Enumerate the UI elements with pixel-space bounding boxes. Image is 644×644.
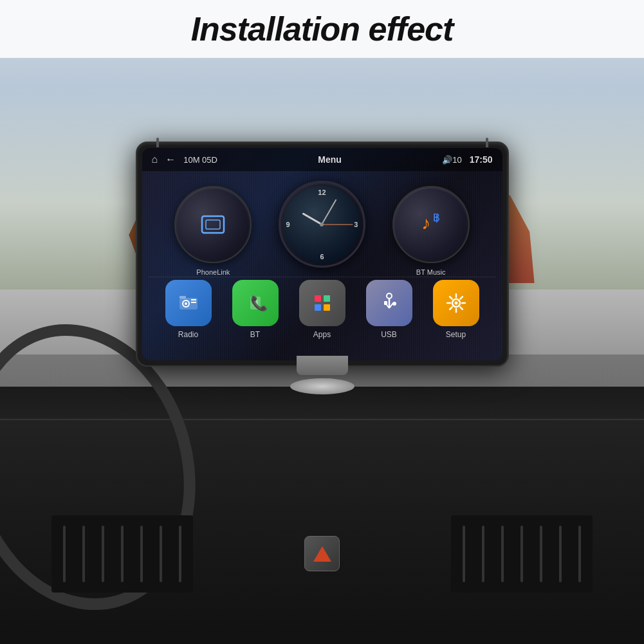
status-date: 10M 05D — [183, 155, 217, 165]
bt-svg-icon: 📞 — [244, 291, 267, 315]
svg-point-22 — [392, 302, 396, 306]
hazard-button[interactable] — [304, 536, 340, 571]
main-icons-row: PhoneLink 12 3 6 9 — [142, 171, 502, 277]
vent-slat — [520, 526, 523, 582]
vent-slat — [82, 526, 85, 582]
bt-icon: 📞 — [232, 280, 279, 326]
svg-rect-13 — [315, 295, 321, 302]
vent-slat — [140, 526, 143, 582]
setup-app[interactable]: Setup — [433, 280, 479, 339]
radio-label: Radio — [178, 330, 198, 339]
vent-slat — [179, 526, 181, 582]
vent-slat — [578, 526, 581, 582]
phonelink-icon — [197, 208, 229, 241]
svg-point-8 — [185, 302, 187, 305]
minute-hand — [322, 199, 337, 225]
vent-slat — [559, 526, 562, 582]
svg-point-24 — [454, 302, 457, 305]
radio-app[interactable]: Radio — [165, 280, 212, 339]
phonelink-label: PhoneLink — [196, 268, 230, 276]
vent-slat — [540, 526, 542, 582]
svg-line-31 — [460, 297, 463, 299]
vent-slat — [63, 526, 66, 582]
page-container: Installation effect ⌂ ← 10M 05D Menu 🔊10… — [0, 0, 644, 644]
vent-slat — [463, 526, 465, 582]
clock-9: 9 — [286, 221, 290, 228]
back-icon[interactable]: ← — [165, 154, 176, 165]
usb-icon — [366, 280, 412, 326]
volume-icon: 🔊10 — [442, 155, 461, 165]
clock-3: 3 — [354, 221, 358, 228]
svg-text:📞: 📞 — [250, 295, 267, 312]
svg-point-17 — [387, 293, 392, 299]
usb-label: USB — [381, 330, 397, 339]
vent-slat — [121, 526, 124, 582]
btmusic-button[interactable]: ♪ B BT Music — [392, 186, 470, 263]
vent-right — [451, 515, 593, 593]
svg-rect-14 — [324, 295, 330, 302]
status-time: 17:50 — [470, 154, 493, 165]
status-left: ⌂ ← 10M 05D — [152, 154, 217, 165]
antenna-left — [156, 138, 159, 147]
setup-label: Setup — [446, 330, 466, 339]
btmusic-icon: ♪ B — [415, 208, 447, 241]
bt-app[interactable]: 📞 BT — [232, 280, 279, 339]
svg-rect-11 — [179, 296, 186, 299]
vent-left — [51, 515, 193, 593]
menu-label: Menu — [318, 154, 342, 165]
bt-label: BT — [250, 330, 260, 339]
mount-arm — [297, 356, 348, 375]
usb-svg-icon — [378, 291, 401, 315]
status-right: 🔊10 17:50 — [442, 154, 492, 165]
radio-unit: ⌂ ← 10M 05D Menu 🔊10 17:50 — [136, 142, 509, 367]
svg-rect-0 — [202, 216, 224, 233]
status-center: Menu — [318, 154, 342, 165]
phonelink-button[interactable]: PhoneLink — [174, 186, 252, 263]
clock-face: 12 3 6 9 — [283, 186, 360, 263]
apps-app[interactable]: Apps — [299, 280, 345, 339]
vent-slat — [482, 526, 484, 582]
apps-svg-icon — [311, 291, 334, 315]
bottom-apps-row: Radio 📞 BT — [142, 280, 502, 351]
radio-screen: ⌂ ← 10M 05D Menu 🔊10 17:50 — [142, 148, 502, 360]
svg-line-29 — [450, 297, 452, 299]
svg-line-30 — [460, 308, 463, 310]
hazard-area — [277, 515, 367, 593]
svg-line-32 — [450, 308, 452, 310]
title-bar: Installation effect — [0, 0, 644, 58]
vent-slat — [160, 526, 162, 582]
home-icon[interactable]: ⌂ — [152, 154, 158, 165]
page-title: Installation effect — [191, 10, 454, 48]
antenna-right — [486, 138, 488, 147]
suction-cup — [290, 378, 354, 394]
setup-icon — [433, 280, 479, 326]
svg-rect-15 — [315, 304, 321, 311]
vent-slat — [501, 526, 504, 582]
radio-icon — [165, 280, 212, 326]
usb-app[interactable]: USB — [366, 280, 412, 339]
clock-center — [320, 223, 324, 226]
clock-12: 12 — [318, 189, 326, 196]
svg-rect-1 — [206, 220, 220, 229]
hour-hand — [302, 212, 322, 225]
clock-button[interactable]: 12 3 6 9 — [279, 181, 365, 268]
svg-rect-21 — [384, 301, 387, 305]
btmusic-label: BT Music — [416, 268, 446, 276]
setup-svg-icon — [445, 291, 468, 315]
apps-icon — [299, 280, 345, 326]
svg-rect-16 — [324, 304, 330, 311]
second-hand — [322, 224, 353, 225]
hazard-triangle-icon — [313, 546, 331, 562]
status-bar: ⌂ ← 10M 05D Menu 🔊10 17:50 — [142, 148, 502, 171]
apps-label: Apps — [313, 330, 331, 339]
vent-slat — [102, 526, 104, 582]
radio-svg-icon — [177, 291, 200, 315]
clock-6: 6 — [320, 253, 324, 261]
svg-text:♪: ♪ — [421, 213, 430, 233]
